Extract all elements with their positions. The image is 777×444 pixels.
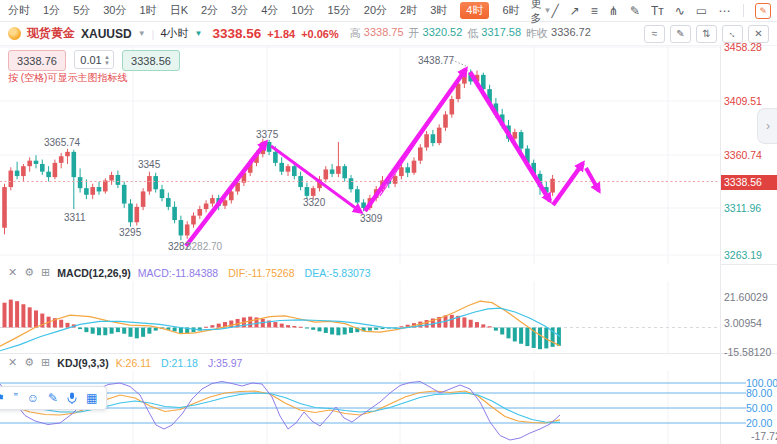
svg-text:3365.74: 3365.74 xyxy=(44,137,81,148)
hotkey-hint: 按 (空格)可显示主图指标线 xyxy=(8,71,127,85)
flag-icon[interactable]: ⚑ xyxy=(0,392,5,404)
macd-title: MACD(12,26,9) xyxy=(57,267,131,279)
kdj-level-lines xyxy=(0,383,746,423)
quick-order-panel: 3338.76 0.01 ▲▼ 3338.56 xyxy=(8,50,180,71)
svg-text:3375: 3375 xyxy=(256,129,279,140)
trend-arrows[interactable] xyxy=(186,69,599,246)
svg-text:3309: 3309 xyxy=(360,213,383,224)
indicator-value: D:21.18 xyxy=(161,357,198,369)
axis-label: 3263.19 xyxy=(724,249,762,261)
emoji-icon[interactable]: ☺ xyxy=(27,392,39,404)
axis-label: 21.60029 xyxy=(724,291,768,303)
kdj-values: K:26.11D:21.18J:35.97 xyxy=(116,357,243,369)
svg-text:3345: 3345 xyxy=(138,159,161,170)
stepper-arrows[interactable]: ▲▼ xyxy=(104,54,110,66)
pencil-icon[interactable]: ✎ xyxy=(48,392,58,404)
chevron-right-icon: › xyxy=(766,119,770,133)
expand-icon[interactable]: ⊞ xyxy=(41,267,50,278)
line-DEA xyxy=(0,308,560,351)
axis-label: 3360.74 xyxy=(724,149,762,161)
close-icon[interactable]: ✕ xyxy=(8,357,17,368)
price-axis[interactable]: 3458.283409.513360.743311.963263.1921.60… xyxy=(721,45,777,444)
indicator-value: K:26.11 xyxy=(116,357,151,369)
macd-histogram xyxy=(3,300,561,350)
floating-annotation-toolbar: ⚑”☺✎▦ xyxy=(0,386,107,410)
quantity-stepper[interactable]: 0.01 ▲▼ xyxy=(74,50,114,69)
svg-text:3311: 3311 xyxy=(64,212,86,223)
axis-label: -15.58120 xyxy=(724,346,771,358)
axis-label: 3409.51 xyxy=(724,95,762,107)
svg-text:3282.70: 3282.70 xyxy=(186,241,223,252)
macd-pane-header: ✕ ⚙ ⊞ MACD(12,26,9) MACD:-11.84388DIF:-1… xyxy=(0,264,720,281)
sell-button[interactable]: 3338.76 xyxy=(8,50,66,71)
trading-app-window: 分时1分5分30分1时日K2分3分4分10分15分20分2时3时4时6时 更多 … xyxy=(0,0,777,444)
indicator-value: DIF:-11.75268 xyxy=(228,267,294,279)
indicator-value: J:35.97 xyxy=(208,357,242,369)
gridlines xyxy=(0,45,777,444)
axis-label: 50.00 xyxy=(746,402,772,414)
axis-label: -17.72 xyxy=(751,430,777,442)
quantity-value: 0.01 xyxy=(78,54,104,66)
expand-icon[interactable]: ⊞ xyxy=(41,357,50,368)
axis-label: 3458.28 xyxy=(724,41,762,53)
step-down-icon[interactable]: ▼ xyxy=(104,60,110,66)
svg-text:3320: 3320 xyxy=(303,197,326,208)
axis-label: 20.00 xyxy=(746,417,772,429)
current-price-badge: 3338.56 xyxy=(721,175,777,190)
svg-text:3438.77: 3438.77 xyxy=(418,55,455,66)
buy-button[interactable]: 3338.56 xyxy=(122,50,180,71)
axis-collapse-tab[interactable]: › xyxy=(757,108,777,144)
macd-values: MACD:-11.84388DIF:-11.75268DEA:-5.83073 xyxy=(138,267,371,279)
grid-icon[interactable]: ▦ xyxy=(86,392,97,404)
indicator-value: MACD:-11.84388 xyxy=(138,267,218,279)
kdj-pane-header: ✕ ⚙ ⊞ KDJ(9,3,3) K:26.11D:21.18J:35.97 xyxy=(0,354,720,371)
axis-label: 3311.96 xyxy=(724,202,761,214)
close-icon[interactable]: ✕ xyxy=(8,267,17,278)
mic-icon[interactable] xyxy=(67,392,77,404)
gear-icon[interactable]: ⚙ xyxy=(24,357,34,368)
axis-label: 80.00 xyxy=(746,387,772,399)
indicator-value: DEA:-5.83073 xyxy=(305,267,371,279)
quote-icon[interactable]: ” xyxy=(14,392,18,404)
svg-text:3295: 3295 xyxy=(119,227,142,238)
gear-icon[interactable]: ⚙ xyxy=(24,267,34,278)
kdj-title: KDJ(9,3,3) xyxy=(57,357,108,369)
axis-label: 3.00954 xyxy=(724,317,762,329)
